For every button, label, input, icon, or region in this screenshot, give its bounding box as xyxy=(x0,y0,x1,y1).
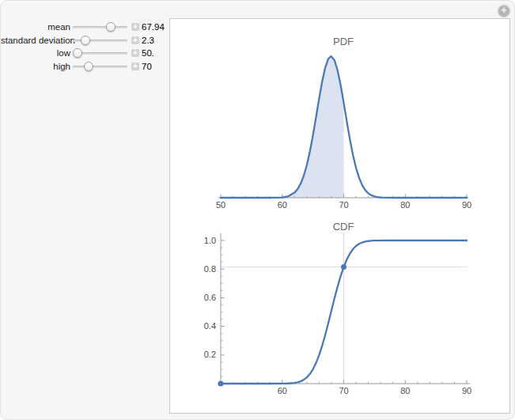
stepper-open-button[interactable]: + xyxy=(131,23,139,31)
cdf-y-tick-label: 0.6 xyxy=(204,293,216,302)
slider-track[interactable] xyxy=(73,26,127,28)
slider-track[interactable] xyxy=(73,66,127,68)
slider-thumb[interactable] xyxy=(73,48,82,58)
cdf-x-tick-label: 80 xyxy=(400,386,410,395)
cdf-y-tick-label: 0.4 xyxy=(204,321,216,331)
slider-row-low: low+50. xyxy=(1,47,169,59)
slider-label: mean xyxy=(1,21,70,33)
slider-row-mean: mean+67.94 xyxy=(1,21,169,33)
pdf-x-tick-label: 80 xyxy=(400,200,410,210)
slider-row-high: high+70 xyxy=(1,60,169,73)
slider-value: 50. xyxy=(142,47,154,59)
pdf-x-tick-label: 50 xyxy=(216,200,225,210)
cdf-x-tick-label: 60 xyxy=(278,386,287,395)
slider-thumb[interactable] xyxy=(81,36,90,45)
slider-thumb[interactable] xyxy=(106,22,115,32)
stepper-open-button[interactable]: + xyxy=(131,49,139,57)
cdf-chart: 607080900.20.40.60.81.0CDF xyxy=(195,221,495,402)
cdf-title: CDF xyxy=(333,221,354,233)
pdf-x-tick-label: 90 xyxy=(462,200,471,210)
pdf-shaded-region xyxy=(221,56,344,198)
cdf-y-tick-label: 0.2 xyxy=(204,350,216,359)
slider-track[interactable] xyxy=(73,40,127,42)
options-plus-button[interactable]: + xyxy=(498,6,509,17)
slider-label: low xyxy=(1,47,70,59)
pdf-chart: 5060708090PDF xyxy=(199,31,495,217)
pdf-x-tick-label: 70 xyxy=(339,200,348,210)
pdf-x-tick-label: 60 xyxy=(278,200,287,210)
cdf-low-point xyxy=(218,381,224,387)
slider-label: high xyxy=(1,60,70,73)
slider-label: standard deviation xyxy=(1,34,70,47)
slider-row-standard-deviation: standard deviation+2.3 xyxy=(1,34,169,47)
cdf-high-point xyxy=(341,264,346,270)
slider-value: 2.3 xyxy=(142,34,154,47)
pdf-title: PDF xyxy=(333,36,354,47)
slider-value: 67.94 xyxy=(142,21,165,33)
cdf-y-tick-label: 1.0 xyxy=(204,236,216,245)
slider-value: 70 xyxy=(142,60,152,73)
stepper-open-button[interactable]: + xyxy=(131,36,139,44)
slider-thumb[interactable] xyxy=(84,62,93,71)
slider-track[interactable] xyxy=(73,52,127,55)
cdf-y-tick-label: 0.8 xyxy=(204,264,216,274)
plus-icon: + xyxy=(501,5,506,16)
cdf-x-tick-label: 90 xyxy=(462,386,471,395)
demonstration-window: + mean+67.94standard deviation+2.3low+50… xyxy=(0,0,515,420)
cdf-x-tick-label: 70 xyxy=(339,386,348,395)
stepper-open-button[interactable]: + xyxy=(131,62,139,70)
